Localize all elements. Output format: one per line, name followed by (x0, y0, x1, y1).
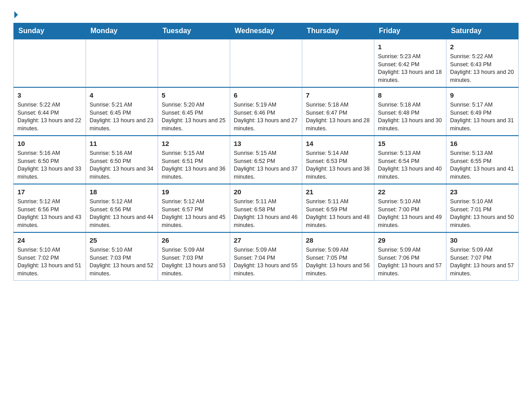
sun-info: Sunrise: 5:21 AM Sunset: 6:45 PM Dayligh… (90, 101, 154, 133)
calendar-cell: 3Sunrise: 5:22 AM Sunset: 6:44 PM Daylig… (14, 87, 86, 136)
calendar-cell: 27Sunrise: 5:09 AM Sunset: 7:04 PM Dayli… (230, 232, 302, 281)
calendar-cell: 1Sunrise: 5:23 AM Sunset: 6:42 PM Daylig… (374, 39, 446, 87)
sun-info: Sunrise: 5:22 AM Sunset: 6:44 PM Dayligh… (17, 101, 82, 133)
sun-info: Sunrise: 5:11 AM Sunset: 6:58 PM Dayligh… (234, 198, 298, 229)
sun-info: Sunrise: 5:18 AM Sunset: 6:48 PM Dayligh… (378, 101, 442, 133)
day-number: 14 (306, 139, 370, 148)
calendar-cell: 25Sunrise: 5:10 AM Sunset: 7:03 PM Dayli… (86, 232, 158, 281)
day-number: 2 (450, 42, 515, 51)
sun-info: Sunrise: 5:09 AM Sunset: 7:03 PM Dayligh… (162, 246, 226, 278)
weekday-header-sunday: Sunday (14, 23, 86, 39)
weekday-header-wednesday: Wednesday (230, 23, 302, 39)
day-number: 6 (234, 90, 298, 100)
week-row-3: 10Sunrise: 5:16 AM Sunset: 6:50 PM Dayli… (14, 136, 519, 184)
day-number: 19 (162, 187, 226, 197)
calendar-cell: 19Sunrise: 5:12 AM Sunset: 6:57 PM Dayli… (158, 184, 230, 232)
sun-info: Sunrise: 5:16 AM Sunset: 6:50 PM Dayligh… (17, 150, 82, 181)
day-number: 11 (90, 139, 154, 148)
day-number: 27 (234, 235, 298, 245)
day-number: 28 (306, 235, 370, 245)
day-number: 1 (378, 42, 442, 51)
sun-info: Sunrise: 5:13 AM Sunset: 6:54 PM Dayligh… (378, 150, 442, 181)
day-number: 15 (378, 139, 442, 148)
page-header (13, 9, 519, 18)
sun-info: Sunrise: 5:22 AM Sunset: 6:43 PM Dayligh… (450, 53, 515, 84)
calendar-cell: 29Sunrise: 5:09 AM Sunset: 7:06 PM Dayli… (374, 232, 446, 281)
calendar-cell: 4Sunrise: 5:21 AM Sunset: 6:45 PM Daylig… (86, 87, 158, 136)
sun-info: Sunrise: 5:19 AM Sunset: 6:46 PM Dayligh… (234, 101, 298, 133)
sun-info: Sunrise: 5:16 AM Sunset: 6:50 PM Dayligh… (90, 150, 154, 181)
calendar-cell: 10Sunrise: 5:16 AM Sunset: 6:50 PM Dayli… (14, 136, 86, 184)
sun-info: Sunrise: 5:12 AM Sunset: 6:57 PM Dayligh… (162, 198, 226, 229)
calendar-body: 1Sunrise: 5:23 AM Sunset: 6:42 PM Daylig… (14, 39, 519, 281)
day-number: 20 (234, 187, 298, 197)
sun-info: Sunrise: 5:15 AM Sunset: 6:51 PM Dayligh… (162, 150, 226, 181)
sun-info: Sunrise: 5:20 AM Sunset: 6:45 PM Dayligh… (162, 101, 226, 133)
week-row-5: 24Sunrise: 5:10 AM Sunset: 7:02 PM Dayli… (14, 232, 519, 281)
calendar-cell: 5Sunrise: 5:20 AM Sunset: 6:45 PM Daylig… (158, 87, 230, 136)
day-number: 24 (17, 235, 82, 245)
calendar-cell: 6Sunrise: 5:19 AM Sunset: 6:46 PM Daylig… (230, 87, 302, 136)
sun-info: Sunrise: 5:10 AM Sunset: 7:01 PM Dayligh… (450, 198, 515, 229)
calendar-cell: 14Sunrise: 5:14 AM Sunset: 6:53 PM Dayli… (302, 136, 374, 184)
calendar-cell: 21Sunrise: 5:11 AM Sunset: 6:59 PM Dayli… (302, 184, 374, 232)
day-number: 29 (378, 235, 442, 245)
day-number: 8 (378, 90, 442, 100)
sun-info: Sunrise: 5:15 AM Sunset: 6:52 PM Dayligh… (234, 150, 298, 181)
logo (13, 11, 18, 18)
calendar-cell: 8Sunrise: 5:18 AM Sunset: 6:48 PM Daylig… (374, 87, 446, 136)
day-number: 16 (450, 139, 515, 148)
sun-info: Sunrise: 5:09 AM Sunset: 7:04 PM Dayligh… (234, 246, 298, 278)
weekday-header-thursday: Thursday (302, 23, 374, 39)
week-row-1: 1Sunrise: 5:23 AM Sunset: 6:42 PM Daylig… (14, 39, 519, 87)
day-number: 23 (450, 187, 515, 197)
day-number: 30 (450, 235, 515, 245)
day-number: 3 (17, 90, 82, 100)
calendar-cell: 11Sunrise: 5:16 AM Sunset: 6:50 PM Dayli… (86, 136, 158, 184)
day-number: 12 (162, 139, 226, 148)
day-number: 4 (90, 90, 154, 100)
day-number: 21 (306, 187, 370, 197)
week-row-4: 17Sunrise: 5:12 AM Sunset: 6:56 PM Dayli… (14, 184, 519, 232)
sun-info: Sunrise: 5:17 AM Sunset: 6:49 PM Dayligh… (450, 101, 515, 133)
sun-info: Sunrise: 5:09 AM Sunset: 7:07 PM Dayligh… (450, 246, 515, 278)
week-row-2: 3Sunrise: 5:22 AM Sunset: 6:44 PM Daylig… (14, 87, 519, 136)
calendar-cell: 30Sunrise: 5:09 AM Sunset: 7:07 PM Dayli… (446, 232, 519, 281)
day-number: 18 (90, 187, 154, 197)
calendar-cell (230, 39, 302, 87)
calendar-cell: 18Sunrise: 5:12 AM Sunset: 6:56 PM Dayli… (86, 184, 158, 232)
calendar-cell: 12Sunrise: 5:15 AM Sunset: 6:51 PM Dayli… (158, 136, 230, 184)
weekday-header-monday: Monday (86, 23, 158, 39)
calendar-cell: 26Sunrise: 5:09 AM Sunset: 7:03 PM Dayli… (158, 232, 230, 281)
sun-info: Sunrise: 5:11 AM Sunset: 6:59 PM Dayligh… (306, 198, 370, 229)
sun-info: Sunrise: 5:13 AM Sunset: 6:55 PM Dayligh… (450, 150, 515, 181)
calendar-header: SundayMondayTuesdayWednesdayThursdayFrid… (14, 23, 519, 39)
day-number: 5 (162, 90, 226, 100)
weekday-header-friday: Friday (374, 23, 446, 39)
calendar-cell: 15Sunrise: 5:13 AM Sunset: 6:54 PM Dayli… (374, 136, 446, 184)
calendar-cell: 23Sunrise: 5:10 AM Sunset: 7:01 PM Dayli… (446, 184, 519, 232)
calendar-cell: 20Sunrise: 5:11 AM Sunset: 6:58 PM Dayli… (230, 184, 302, 232)
calendar-cell: 2Sunrise: 5:22 AM Sunset: 6:43 PM Daylig… (446, 39, 519, 87)
weekday-header-saturday: Saturday (446, 23, 519, 39)
sun-info: Sunrise: 5:12 AM Sunset: 6:56 PM Dayligh… (17, 198, 82, 229)
calendar-cell (86, 39, 158, 87)
weekday-header-tuesday: Tuesday (158, 23, 230, 39)
day-number: 17 (17, 187, 82, 197)
calendar-cell: 22Sunrise: 5:10 AM Sunset: 7:00 PM Dayli… (374, 184, 446, 232)
sun-info: Sunrise: 5:12 AM Sunset: 6:56 PM Dayligh… (90, 198, 154, 229)
sun-info: Sunrise: 5:10 AM Sunset: 7:02 PM Dayligh… (17, 246, 82, 278)
sun-info: Sunrise: 5:10 AM Sunset: 7:00 PM Dayligh… (378, 198, 442, 229)
day-number: 26 (162, 235, 226, 245)
logo-arrow-icon (14, 11, 18, 18)
day-number: 25 (90, 235, 154, 245)
calendar-cell: 17Sunrise: 5:12 AM Sunset: 6:56 PM Dayli… (14, 184, 86, 232)
calendar-cell: 16Sunrise: 5:13 AM Sunset: 6:55 PM Dayli… (446, 136, 519, 184)
sun-info: Sunrise: 5:10 AM Sunset: 7:03 PM Dayligh… (90, 246, 154, 278)
day-number: 7 (306, 90, 370, 100)
day-number: 9 (450, 90, 515, 100)
weekday-header-row: SundayMondayTuesdayWednesdayThursdayFrid… (14, 23, 519, 39)
day-number: 10 (17, 139, 82, 148)
day-number: 13 (234, 139, 298, 148)
calendar-cell (302, 39, 374, 87)
